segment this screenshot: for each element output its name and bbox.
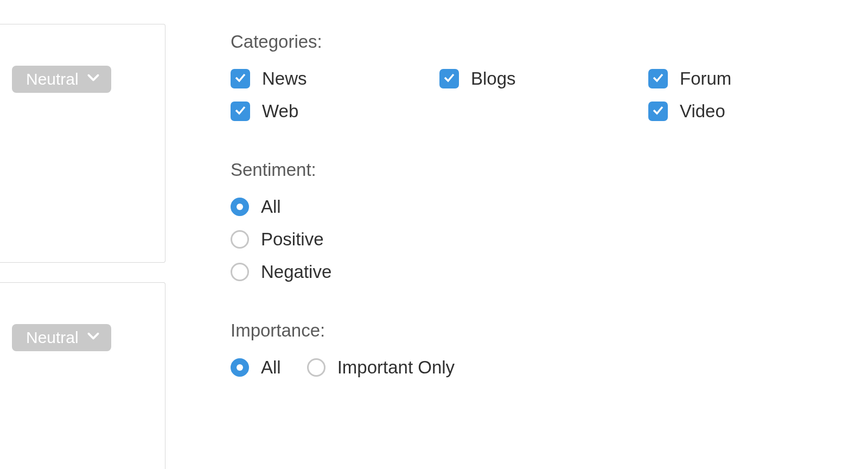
sentiment-radio-all[interactable] (231, 198, 249, 216)
neutral-dropdown-2[interactable]: Neutral (12, 324, 111, 351)
category-label-web: Web (262, 101, 298, 122)
categories-title: Categories: (231, 31, 846, 52)
check-icon (443, 71, 456, 86)
category-item-news: News (231, 68, 429, 89)
category-label-video: Video (680, 101, 725, 122)
check-icon (652, 104, 665, 119)
category-item-web: Web (231, 101, 429, 122)
sentiment-options: All Positive Negative (231, 197, 846, 282)
category-checkbox-news[interactable] (231, 69, 250, 88)
check-icon (234, 71, 247, 86)
importance-option-all: All (231, 357, 281, 378)
category-empty-cell (439, 101, 637, 122)
neutral-dropdown-1-label: Neutral (26, 70, 79, 88)
neutral-dropdown-1[interactable]: Neutral (12, 66, 111, 93)
category-checkbox-web[interactable] (231, 102, 250, 121)
check-icon (234, 104, 247, 119)
check-icon (652, 71, 665, 86)
sentiment-label-all: All (261, 197, 281, 217)
left-column: Neutral Neutral (0, 0, 165, 469)
importance-radio-all[interactable] (231, 358, 249, 377)
sentiment-radio-positive[interactable] (231, 230, 249, 249)
sentiment-title: Sentiment: (231, 160, 846, 180)
importance-option-important-only: Important Only (307, 357, 455, 378)
category-label-forum: Forum (680, 68, 731, 89)
neutral-dropdown-2-label: Neutral (26, 328, 79, 347)
category-item-blogs: Blogs (439, 68, 637, 89)
left-card-2: Neutral (0, 282, 165, 469)
category-label-blogs: Blogs (471, 68, 516, 89)
sentiment-option-all: All (231, 197, 846, 217)
importance-radio-important-only[interactable] (307, 358, 326, 377)
sentiment-label-positive: Positive (261, 229, 324, 250)
category-item-forum: Forum (648, 68, 846, 89)
sentiment-label-negative: Negative (261, 262, 331, 282)
left-card-1: Neutral (0, 24, 165, 263)
chevron-down-icon (86, 328, 100, 347)
importance-label-all: All (261, 357, 281, 378)
category-checkbox-blogs[interactable] (439, 69, 459, 88)
importance-label-important-only: Important Only (337, 357, 455, 378)
filters-panel: Categories: News Blogs Forum (165, 0, 868, 469)
category-item-video: Video (648, 101, 846, 122)
importance-title: Importance: (231, 320, 846, 341)
categories-grid: News Blogs Forum Web (231, 68, 846, 122)
category-checkbox-forum[interactable] (648, 69, 668, 88)
category-label-news: News (262, 68, 307, 89)
importance-options: All Important Only (231, 357, 846, 378)
sentiment-option-negative: Negative (231, 262, 846, 282)
category-checkbox-video[interactable] (648, 102, 668, 121)
sentiment-option-positive: Positive (231, 229, 846, 250)
sentiment-radio-negative[interactable] (231, 263, 249, 281)
chevron-down-icon (86, 70, 100, 88)
